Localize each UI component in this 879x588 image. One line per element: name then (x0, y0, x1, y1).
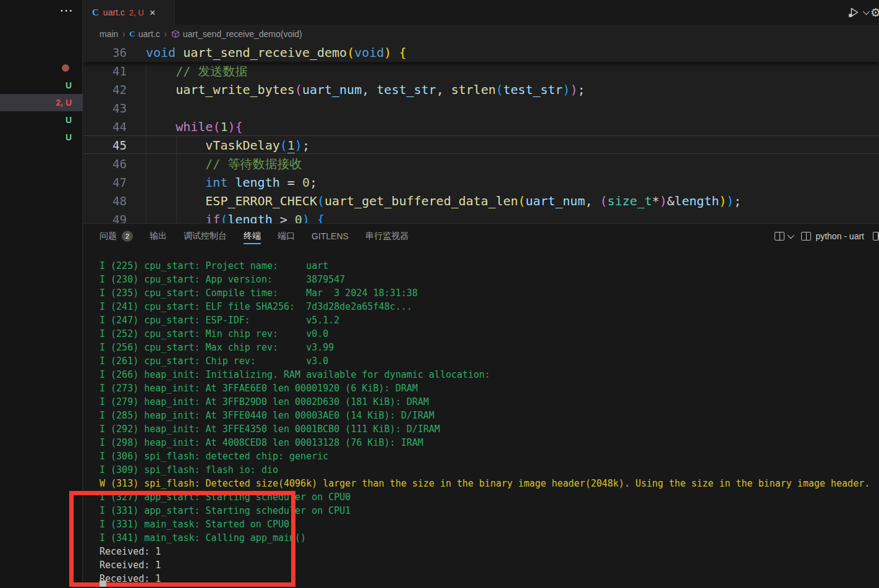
code-token: > (280, 212, 287, 223)
sticky-scroll-line[interactable]: 36void uart_send_receive_demo(void) { (83, 43, 879, 62)
code-token: 0 (295, 212, 302, 223)
line-number[interactable]: 36 (83, 43, 127, 62)
code-token (310, 212, 317, 223)
explorer-row[interactable]: 2, U (0, 94, 83, 111)
panel-tab-端口[interactable]: 端口 (278, 224, 295, 249)
line-number[interactable]: 44 (83, 117, 127, 136)
gear-icon[interactable]: ⚙ (870, 6, 879, 20)
terminal-line: I (285) heap_init: At 3FFE0440 len 00003… (100, 409, 879, 422)
line-number[interactable]: 41 (83, 62, 127, 80)
code-token: ( (317, 194, 325, 208)
terminal-line: I (235) cpu_start: Compile time: Mar 3 2… (100, 286, 879, 300)
code-token (391, 45, 399, 60)
panel-tab-label: 问题 (100, 231, 117, 242)
panel-tab-串行监视器[interactable]: 串行监视器 (365, 224, 409, 249)
breadcrumb-separator-icon: › (164, 28, 167, 40)
code-text: // 等待数据接收 (146, 155, 302, 173)
code-token: ; (734, 194, 741, 208)
breadcrumb-item[interactable]: Cuart.c (129, 29, 159, 39)
code-line[interactable]: 43 (83, 99, 879, 117)
c-file-icon: C (129, 29, 135, 39)
terminal-line: I (261) cpu_start: Chip rev: v3.0 (100, 354, 879, 368)
new-terminal-icon[interactable] (873, 232, 879, 241)
terminal-selector-label: python - uart (815, 231, 864, 241)
code-text: if(length > 0) { (146, 210, 325, 223)
panel-tab-终端[interactable]: 终端 (244, 224, 261, 249)
panel-tab-问题[interactable]: 问题2 (100, 224, 133, 249)
terminal-line: I (298) heap_init: At 4008CED8 len 00013… (100, 436, 879, 450)
code-token: void (146, 45, 176, 60)
code-line[interactable]: 47 int length = 0; (83, 173, 879, 192)
panel-tab-输出[interactable]: 输出 (150, 224, 167, 249)
panel-actions: python - uart (775, 224, 879, 249)
code-text: int length = 0; (146, 173, 317, 192)
panel-tab-label: 串行监视器 (365, 231, 409, 242)
terminal-line: I (256) cpu_start: Max chip rev: v3.99 (100, 341, 879, 354)
line-number[interactable]: 42 (83, 80, 127, 99)
line-number[interactable]: 46 (83, 155, 127, 173)
code-token: length (227, 212, 272, 223)
explorer-row[interactable]: U (0, 129, 83, 146)
code-token: ( (600, 194, 608, 208)
terminal-line: W (313) spi_flash: Detected size(4096k) … (100, 477, 879, 490)
editor-actions: ⚙ (847, 0, 879, 25)
explorer-row[interactable]: U (0, 77, 83, 94)
code-token: uart_num (525, 194, 585, 208)
terminal-line: I (247) cpu_start: ESP-IDF: v5.1.2 (100, 313, 879, 327)
code-line[interactable]: 48 ESP_ERROR_CHECK(uart_get_buffered_dat… (83, 192, 879, 210)
split-terminal-icon[interactable] (775, 232, 792, 241)
code-text: while(1){ (146, 117, 243, 136)
panel-tab-label: 端口 (278, 231, 295, 242)
code-token: ) (726, 194, 734, 208)
code-token: ( (496, 82, 503, 97)
code-token: int (205, 175, 227, 190)
line-number[interactable]: 49 (83, 210, 127, 223)
tab-uart-c[interactable]: C uart.c 2, U × (83, 0, 175, 25)
code-text: ESP_ERROR_CHECK(uart_get_buffered_data_l… (146, 192, 741, 210)
code-line[interactable]: 42 uart_write_bytes(uart_num, test_str, … (83, 80, 879, 99)
terminal-selector[interactable]: python - uart (801, 231, 864, 241)
code-line[interactable]: 49 if(length > 0) { (83, 210, 879, 223)
code-token: , (362, 82, 376, 97)
explorer-row[interactable]: U (0, 111, 83, 129)
code-token: { (399, 45, 406, 60)
line-number[interactable]: 43 (83, 99, 127, 117)
panel-tab-label: GITLENS (312, 231, 349, 241)
code-token: ) (660, 194, 667, 208)
panel-tab-label: 输出 (150, 231, 167, 242)
code-token: ) (302, 212, 310, 223)
tab-file-label: uart.c (103, 7, 125, 17)
breadcrumb-separator-icon: › (122, 28, 125, 40)
panel-tab-label: 调试控制台 (184, 231, 227, 242)
git-status-badge: 2, U (56, 98, 72, 108)
code-line[interactable]: 46 // 等待数据接收 (83, 155, 879, 173)
terminal-line: I (230) cpu_start: App version: 3879547 (100, 273, 879, 286)
terminal-line: I (292) heap_init: At 3FFE4350 len 0001B… (100, 422, 879, 436)
breadcrumb-item[interactable]: main (100, 29, 118, 39)
chevron-down-icon[interactable] (863, 8, 870, 15)
code-line[interactable]: 41 // 发送数据 (83, 62, 879, 80)
code-token (146, 64, 176, 79)
code-token: uart_write_bytes (176, 82, 295, 97)
breadcrumb-label: uart_send_receive_demo(void) (183, 29, 302, 39)
code-editor[interactable]: 36void uart_send_receive_demo(void) { 41… (83, 43, 879, 223)
code-token (146, 212, 205, 223)
chevron-down-icon (788, 232, 794, 239)
code-token: & (667, 194, 674, 208)
code-text: // 发送数据 (146, 62, 247, 80)
close-icon[interactable]: × (150, 7, 156, 18)
code-token (146, 175, 205, 190)
more-actions-icon[interactable]: ⋯ (59, 2, 74, 19)
debug-run-icon[interactable] (847, 6, 860, 19)
code-line[interactable]: 45 vTaskDelay(1); (83, 136, 879, 155)
vscode-window: ⋯ U2, UUU C uart.c 2, U × (0, 0, 879, 588)
code-token (146, 119, 176, 134)
panel-tab-调试控制台[interactable]: 调试控制台 (184, 224, 227, 249)
breadcrumb-item[interactable]: uart_send_receive_demo(void) (171, 29, 302, 39)
panel-tab-GITLENS[interactable]: GITLENS (312, 224, 349, 249)
line-number[interactable]: 47 (83, 173, 127, 192)
code-token: ( (347, 45, 354, 60)
line-number[interactable]: 48 (83, 192, 127, 210)
code-token: while (176, 119, 213, 134)
code-line[interactable]: 44 while(1){ (83, 117, 879, 136)
